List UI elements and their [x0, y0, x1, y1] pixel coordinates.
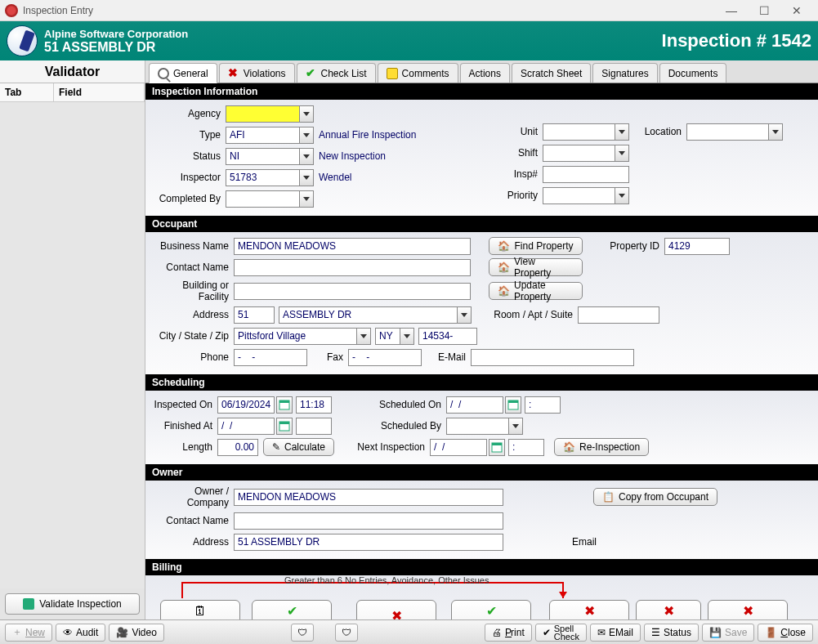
priority-dropdown[interactable] — [615, 187, 629, 204]
shield-button-2[interactable]: 🛡 — [335, 624, 358, 642]
maximize-button[interactable]: ☐ — [748, 1, 780, 20]
tab-signatures[interactable]: Signatures — [592, 63, 657, 83]
status-input[interactable] — [226, 148, 299, 165]
completedby-label: Completed By — [152, 193, 226, 204]
scheduled-by-input[interactable] — [446, 418, 508, 435]
tab-scratch[interactable]: Scratch Sheet — [512, 63, 591, 83]
owner-company-label: Owner / Company — [152, 485, 234, 508]
print-button[interactable]: 🖨Print — [485, 624, 532, 642]
scheduled-by-dropdown[interactable] — [508, 418, 523, 435]
contact-name-input[interactable] — [234, 259, 471, 276]
header: Alpine Software Corporation 51 ASSEMBLY … — [0, 21, 818, 60]
state-input[interactable] — [375, 328, 400, 345]
completedby-dropdown[interactable] — [299, 190, 314, 208]
type-dropdown[interactable] — [299, 127, 314, 144]
inspector-input[interactable] — [226, 169, 299, 186]
flow-completed-compliant[interactable]: ✔Completed and Compliant — [252, 600, 332, 619]
shield-button-1[interactable]: 🛡 — [291, 624, 314, 642]
zip-input[interactable] — [418, 328, 477, 345]
flow-refer-safety[interactable]: ✖Refer to Safety Supervisor — [708, 600, 788, 619]
inspnum-input[interactable] — [543, 166, 629, 183]
length-input[interactable] — [217, 439, 258, 456]
calendar-icon[interactable] — [489, 439, 505, 456]
validate-inspection-button[interactable]: Validate Inspection — [5, 593, 140, 615]
status-button[interactable]: ☰Status — [644, 624, 699, 642]
flow-inspection-scheduled[interactable]: 🗓Inspection Scheduled — [160, 600, 240, 619]
spellcheck-button[interactable]: ✔SpellCheck — [535, 624, 587, 642]
tab-violations[interactable]: ✖Violations — [219, 63, 295, 83]
flow-violations-found[interactable]: ✖Violations Found — [356, 600, 436, 619]
copy-from-occupant-button[interactable]: 📋Copy from Occupant — [593, 488, 717, 506]
inspected-on-date[interactable] — [217, 396, 275, 414]
status-dropdown[interactable] — [299, 148, 314, 165]
address-street-dropdown[interactable] — [457, 306, 472, 324]
calendar-icon[interactable] — [276, 396, 293, 414]
finished-at-date[interactable] — [217, 418, 275, 435]
owner-contact-label: Contact Name — [152, 515, 234, 526]
validator-title: Validator — [0, 60, 145, 83]
tab-comments[interactable]: Comments — [378, 63, 458, 83]
find-property-button[interactable]: 🏠Find Property — [489, 237, 583, 255]
email-input[interactable] — [471, 349, 634, 366]
finished-at-time[interactable] — [296, 418, 332, 435]
view-property-button[interactable]: 🏠View Property — [489, 258, 583, 276]
owner-address-input[interactable] — [234, 534, 503, 551]
location-dropdown[interactable] — [768, 123, 783, 141]
inspnum-label: Insp# — [503, 168, 543, 180]
tab-general[interactable]: General — [149, 63, 217, 83]
close-button[interactable]: 🚪Close — [758, 624, 813, 642]
tab-checklist[interactable]: ✔Check List — [297, 63, 376, 83]
building-input[interactable] — [234, 283, 471, 300]
tab-actions[interactable]: Actions — [460, 63, 510, 83]
agency-dropdown[interactable] — [299, 105, 314, 123]
city-dropdown[interactable] — [356, 328, 371, 345]
owner-contact-input[interactable] — [234, 512, 503, 530]
validator-field-header[interactable]: Field — [54, 83, 145, 101]
email-label: E-Mail — [422, 351, 471, 363]
tab-documents[interactable]: Documents — [659, 63, 727, 83]
minimize-button[interactable]: — — [715, 1, 748, 20]
next-inspection-date[interactable] — [430, 439, 487, 456]
agency-input[interactable] — [226, 105, 299, 123]
calendar-icon[interactable] — [276, 418, 293, 435]
inspected-on-time[interactable] — [296, 396, 332, 414]
property-id-input[interactable] — [664, 238, 730, 255]
video-button[interactable]: 🎥Video — [109, 624, 163, 642]
state-dropdown[interactable] — [400, 328, 414, 345]
inspector-dropdown[interactable] — [299, 169, 314, 186]
unit-input[interactable] — [543, 123, 615, 141]
unit-dropdown[interactable] — [615, 123, 629, 141]
scheduled-on-time[interactable] — [525, 396, 561, 414]
flow-corrected-compliant[interactable]: ✔Corrected and Compliant — [451, 600, 531, 619]
door-icon: 🚪 — [765, 627, 777, 638]
audit-button[interactable]: 👁Audit — [56, 624, 105, 642]
calculate-button[interactable]: ✎Calculate — [263, 438, 334, 456]
owner-company-input[interactable] — [234, 489, 503, 506]
close-window-button[interactable]: ✕ — [780, 1, 813, 20]
reinspection-button[interactable]: 🏠Re-Inspection — [554, 438, 649, 456]
next-inspection-time[interactable] — [508, 439, 544, 456]
business-name-input[interactable] — [234, 238, 471, 255]
type-input[interactable] — [226, 127, 299, 144]
phone-input[interactable] — [234, 349, 307, 366]
flow-violations-cited[interactable]: ✖Violations Cited — [636, 600, 701, 619]
email-button[interactable]: ✉EMail — [590, 624, 641, 642]
room-input[interactable] — [578, 306, 659, 324]
shift-input[interactable] — [543, 145, 615, 162]
city-input[interactable] — [234, 328, 356, 345]
validator-tab-header[interactable]: Tab — [0, 83, 54, 101]
address-num-input[interactable] — [234, 306, 275, 324]
priority-input[interactable] — [543, 187, 615, 204]
flow-refer-fire[interactable]: ✖Refer to Fire Inspector — [549, 600, 629, 619]
update-property-button[interactable]: 🏠Update Property — [489, 282, 583, 300]
shift-dropdown[interactable] — [615, 145, 629, 162]
scheduled-on-date[interactable] — [446, 396, 503, 414]
inspector-label: Inspector — [152, 172, 226, 183]
completedby-input[interactable] — [226, 190, 299, 208]
fax-input[interactable] — [348, 349, 422, 366]
calendar-icon[interactable] — [505, 396, 521, 414]
new-button[interactable]: ＋New — [5, 624, 52, 642]
location-input[interactable] — [686, 123, 768, 141]
address-street-input[interactable] — [279, 306, 457, 324]
save-button[interactable]: 💾Save — [702, 624, 754, 642]
